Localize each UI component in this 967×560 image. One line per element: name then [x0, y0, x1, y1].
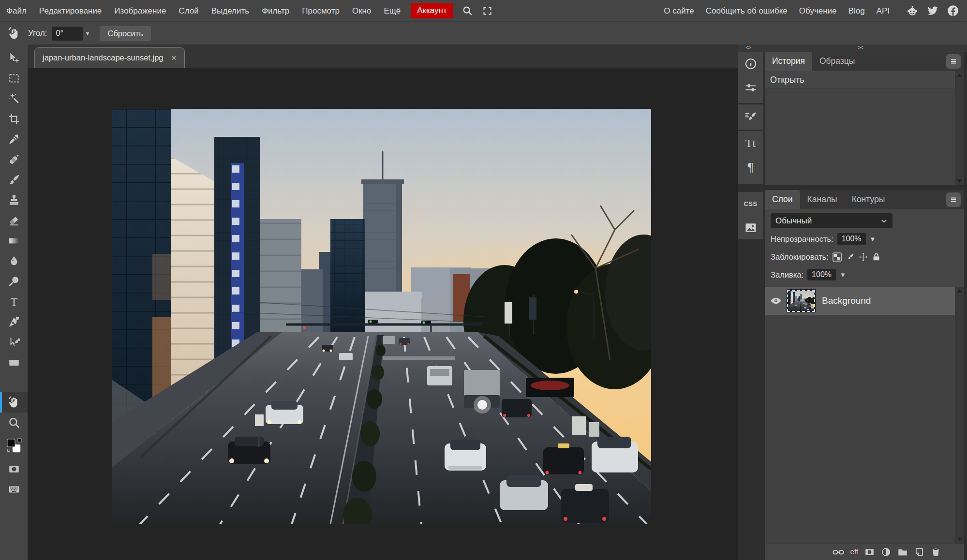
new-layer-icon[interactable]: [914, 547, 924, 557]
path-select-tool[interactable]: [0, 332, 28, 353]
panel-menu-icon[interactable]: [946, 192, 961, 207]
fill-value[interactable]: 100%: [807, 269, 836, 280]
document-title: japan-urban-landscape-sunset.jpg: [43, 53, 164, 62]
history-list: Открыть: [765, 71, 964, 185]
account-button[interactable]: Аккаунт: [411, 3, 453, 18]
fill-dropdown-icon[interactable]: ▼: [840, 271, 846, 279]
svg-text:T: T: [10, 295, 17, 308]
menu-file[interactable]: Файл: [0, 0, 33, 22]
menu-layer[interactable]: Слой: [172, 0, 205, 22]
menu-about[interactable]: О сайте: [658, 0, 699, 22]
adjustments-panel-button[interactable]: [738, 76, 763, 100]
lock-all-icon[interactable]: [872, 252, 881, 262]
lock-transparency-icon[interactable]: [833, 252, 842, 262]
menu-select[interactable]: Выделить: [205, 0, 255, 22]
menu-learn[interactable]: Обучение: [793, 0, 843, 22]
layers-scrollbar[interactable]: [955, 287, 964, 544]
tab-channels[interactable]: Каналы: [800, 190, 845, 209]
clone-stamp-tool[interactable]: [0, 190, 28, 210]
tab-swatches[interactable]: Образцы: [812, 52, 863, 71]
reset-button[interactable]: Сбросить: [100, 26, 150, 41]
brush-settings-panel-button[interactable]: [738, 104, 763, 129]
menu-more[interactable]: Ещё: [377, 0, 407, 22]
magic-wand-tool[interactable]: [0, 88, 28, 109]
quick-mask-toggle[interactable]: [0, 459, 28, 479]
angle-dropdown-icon[interactable]: ▼: [85, 30, 90, 36]
type-tool[interactable]: T: [0, 292, 28, 312]
panel-menu-icon[interactable]: [946, 54, 961, 69]
pen-tool[interactable]: [0, 312, 28, 332]
tab-paths[interactable]: Контуры: [845, 190, 893, 209]
adjustment-layer-icon[interactable]: [881, 547, 891, 557]
spot-heal-tool[interactable]: [0, 149, 28, 170]
rectangle-shape-tool[interactable]: [0, 353, 28, 373]
layer-list: Background: [765, 287, 964, 544]
history-panel-tabs: История Образцы: [765, 52, 964, 71]
color-swatches[interactable]: [0, 433, 28, 459]
lock-move-icon[interactable]: [859, 252, 868, 262]
document-image: [112, 109, 651, 524]
collapse-strip-handle[interactable]: <>: [745, 44, 751, 50]
trash-icon[interactable]: [931, 547, 941, 557]
history-empty-area: [765, 88, 955, 185]
search-icon[interactable]: [462, 5, 473, 16]
layer-thumbnail[interactable]: [787, 290, 815, 312]
opacity-value[interactable]: 100%: [837, 233, 866, 245]
crop-tool[interactable]: [0, 109, 28, 129]
gradient-tool[interactable]: [0, 231, 28, 251]
zoom-tool[interactable]: [0, 413, 28, 433]
layers-footer: eff: [765, 544, 964, 560]
hand-tool[interactable]: [0, 392, 28, 413]
lock-paint-icon[interactable]: [846, 252, 855, 262]
eyedropper-tool[interactable]: [0, 129, 28, 149]
reddit-icon[interactable]: [906, 4, 919, 17]
menu-view[interactable]: Просмотр: [296, 0, 346, 22]
tab-history[interactable]: История: [765, 52, 812, 71]
right-panel-column: <> >< Tt ¶ CSS История Образцы Открыть: [738, 44, 967, 560]
info-panel-button[interactable]: [738, 52, 763, 76]
blend-mode-select[interactable]: Обычный: [771, 213, 893, 228]
paragraph-panel-button[interactable]: ¶: [738, 155, 763, 179]
character-panel-button[interactable]: Tt: [738, 131, 763, 155]
opacity-dropdown-icon[interactable]: ▼: [870, 236, 876, 243]
add-mask-icon[interactable]: [864, 547, 875, 557]
lock-label: Заблокировать:: [771, 252, 829, 262]
menu-report-bug[interactable]: Сообщить об ошибке: [700, 0, 793, 22]
menu-filter[interactable]: Фильтр: [255, 0, 296, 22]
layer-row-background[interactable]: Background: [765, 287, 955, 315]
fullscreen-icon[interactable]: [482, 6, 492, 16]
chevron-down-icon: [880, 217, 888, 224]
eye-icon[interactable]: [765, 295, 787, 307]
move-tool[interactable]: [0, 48, 28, 68]
dodge-tool[interactable]: [0, 271, 28, 292]
eraser-tool[interactable]: [0, 210, 28, 231]
image-panel-button[interactable]: [738, 216, 763, 239]
tab-layers[interactable]: Слои: [765, 190, 800, 209]
angle-input[interactable]: [52, 27, 83, 41]
blur-tool[interactable]: [0, 251, 28, 271]
facebook-icon[interactable]: [947, 4, 959, 17]
brush-tool[interactable]: [0, 170, 28, 190]
canvas-area[interactable]: [28, 68, 738, 560]
opacity-label: Непрозрачность:: [771, 235, 833, 244]
menu-image[interactable]: Изображение: [108, 0, 172, 22]
history-entry-open[interactable]: Открыть: [765, 71, 955, 88]
menu-window[interactable]: Окно: [346, 0, 378, 22]
tool-options-bar: Угол: ▼ Сбросить: [0, 22, 967, 44]
blend-mode-value: Обычный: [775, 216, 812, 226]
twitter-icon[interactable]: [926, 4, 939, 17]
menu-blog[interactable]: Blog: [843, 0, 871, 22]
menu-api[interactable]: API: [871, 0, 895, 22]
css-panel-button[interactable]: CSS: [738, 192, 763, 216]
close-icon[interactable]: ✕: [171, 54, 177, 62]
history-scrollbar[interactable]: [955, 71, 964, 185]
document-tab[interactable]: japan-urban-landscape-sunset.jpg ✕: [34, 47, 185, 68]
layer-controls: Обычный Непрозрачность: 100% ▼ Заблокиро…: [765, 209, 964, 287]
folder-icon[interactable]: [897, 547, 908, 558]
rectangle-select-tool[interactable]: [0, 68, 28, 88]
menu-edit[interactable]: Редактирование: [33, 0, 108, 22]
keyboard-shortcuts-button[interactable]: [0, 479, 28, 500]
collapse-panels-handle[interactable]: ><: [858, 44, 863, 50]
link-layers-icon[interactable]: [833, 546, 844, 558]
effects-button[interactable]: eff: [850, 547, 858, 556]
